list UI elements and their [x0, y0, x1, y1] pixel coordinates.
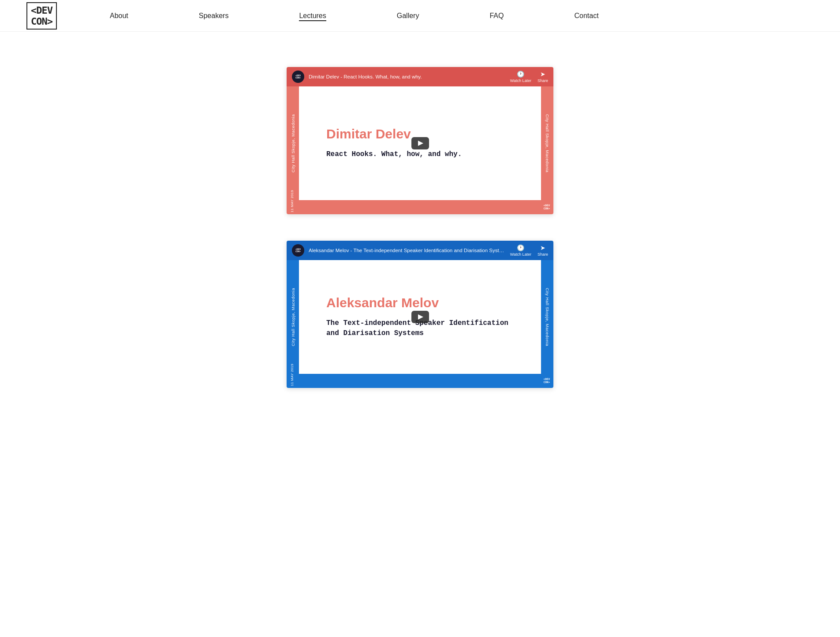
play-triangle-1: [418, 141, 423, 146]
share-icon-2: ➤: [540, 244, 545, 251]
right-bar-text-2: City Hall Skopje, Macedonia: [545, 288, 550, 346]
nav-item-faq[interactable]: FAQ: [489, 12, 504, 20]
clock-icon-1: 🕐: [517, 71, 524, 78]
nav-link-contact[interactable]: Contact: [574, 12, 598, 19]
play-button-2[interactable]: [411, 311, 429, 323]
nav-item-gallery[interactable]: Gallery: [397, 12, 419, 20]
site-logo[interactable]: <DEV CON>: [26, 2, 57, 30]
watch-later-label-2: Watch Later: [510, 252, 531, 257]
left-bar-text-2: City Hall Skopje, Macedonia: [291, 288, 295, 346]
side-bar-right-1: City Hall Skopje, Macedonia: [541, 86, 553, 200]
yt-video-title-2: Aleksandar Melov - The Text-independent …: [309, 248, 506, 253]
channel-icon-text-1: <DEVCON>: [295, 75, 301, 79]
side-bar-right-2: City Hall Skopje, Macedonia: [541, 260, 553, 374]
main-content: <DEVCON> Dimitar Delev - React Hooks. Wh…: [0, 32, 840, 423]
yt-topbar-2: <DEVCON> Aleksandar Melov - The Text-ind…: [287, 241, 553, 260]
yt-controls-1: 🕐 Watch Later ➤ Share: [510, 71, 548, 83]
nav-link-gallery[interactable]: Gallery: [397, 12, 419, 19]
talk-title-1: React Hooks. What, how, and why.: [326, 149, 514, 160]
left-bar-text-1: City Hall Skopje, Macedonia: [291, 114, 295, 172]
speaker-name-2: Aleksandar Melov: [326, 295, 514, 310]
yt-video-title-1: Dimitar Delev - React Hooks. What, how, …: [309, 74, 506, 79]
watch-later-2[interactable]: 🕐 Watch Later: [510, 244, 531, 257]
nav-item-about[interactable]: About: [110, 12, 128, 20]
bottom-logo-text-2: <DEVCON>: [544, 378, 550, 384]
bottom-logo-1: <DEVCON>: [544, 204, 550, 210]
share-icon-1: ➤: [540, 71, 545, 78]
watch-later-1[interactable]: 🕐 Watch Later: [510, 71, 531, 83]
channel-icon-2: <DEVCON>: [292, 244, 304, 257]
nav-link-about[interactable]: About: [110, 12, 128, 19]
slide-wrapper-2: City Hall Skopje, Macedonia Aleksandar M…: [287, 260, 553, 374]
nav-item-speakers[interactable]: Speakers: [199, 12, 229, 20]
yt-bottombar-1: 11 MAY 2019 <DEVCON>: [287, 200, 553, 214]
date-label-2: 11 MAY 2019: [290, 364, 294, 386]
video-card-2: <DEVCON> Aleksandar Melov - The Text-ind…: [287, 241, 553, 388]
right-bar-text-1: City Hall Skopje, Macedonia: [545, 114, 550, 172]
side-bar-left-1: City Hall Skopje, Macedonia: [287, 86, 299, 200]
channel-icon-text-2: <DEVCON>: [295, 248, 301, 253]
bottom-logo-text-1: <DEVCON>: [544, 204, 550, 210]
share-label-1: Share: [538, 78, 548, 83]
slide-inner-2: Aleksandar Melov The Text-independent Sp…: [312, 266, 528, 368]
share-2[interactable]: ➤ Share: [538, 244, 548, 257]
nav-links: About Speakers Lectures Gallery FAQ Cont…: [110, 12, 599, 20]
yt-controls-2: 🕐 Watch Later ➤ Share: [510, 244, 548, 257]
slide-inner-1: Dimitar Delev React Hooks. What, how, an…: [312, 93, 528, 194]
watch-later-label-1: Watch Later: [510, 78, 531, 83]
channel-icon-1: <DEVCON>: [292, 71, 304, 83]
share-label-2: Share: [538, 252, 548, 257]
yt-topbar-1: <DEVCON> Dimitar Delev - React Hooks. Wh…: [287, 67, 553, 86]
navbar: <DEV CON> About Speakers Lectures Galler…: [0, 0, 840, 32]
share-1[interactable]: ➤ Share: [538, 71, 548, 83]
video-card-1: <DEVCON> Dimitar Delev - React Hooks. Wh…: [287, 67, 553, 214]
nav-link-lectures[interactable]: Lectures: [299, 12, 326, 21]
slide-wrapper-1: City Hall Skopje, Macedonia Dimitar Dele…: [287, 86, 553, 200]
bottom-logo-2: <DEVCON>: [544, 378, 550, 384]
clock-icon-2: 🕐: [517, 244, 524, 251]
side-bar-left-2: City Hall Skopje, Macedonia: [287, 260, 299, 374]
nav-item-lectures[interactable]: Lectures: [299, 12, 326, 20]
nav-link-speakers[interactable]: Speakers: [199, 12, 229, 19]
play-triangle-2: [418, 314, 423, 320]
nav-item-contact[interactable]: Contact: [574, 12, 598, 20]
date-label-1: 11 MAY 2019: [290, 190, 294, 212]
play-button-1[interactable]: [411, 137, 429, 149]
nav-link-faq[interactable]: FAQ: [489, 12, 504, 19]
yt-bottombar-2: 11 MAY 2019 <DEVCON>: [287, 374, 553, 388]
